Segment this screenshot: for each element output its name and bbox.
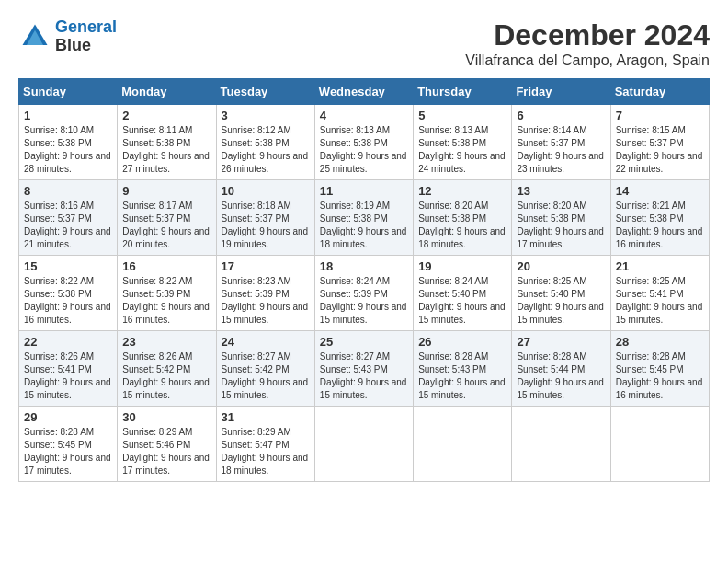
day-number: 8 <box>24 184 112 198</box>
day-info: Sunrise: 8:22 AMSunset: 5:39 PMDaylight:… <box>122 275 210 327</box>
page-header: General Blue December 2024 Villafranca d… <box>18 18 710 69</box>
day-number: 18 <box>320 259 408 273</box>
calendar-cell: 1 Sunrise: 8:10 AMSunset: 5:38 PMDayligh… <box>19 105 118 180</box>
title-block: December 2024 Villafranca del Campo, Ara… <box>465 18 710 69</box>
calendar-cell: 28 Sunrise: 8:28 AMSunset: 5:45 PMDaylig… <box>610 331 709 407</box>
calendar-week-row: 22 Sunrise: 8:26 AMSunset: 5:41 PMDaylig… <box>19 331 710 407</box>
day-number: 13 <box>517 184 605 198</box>
day-info: Sunrise: 8:20 AMSunset: 5:38 PMDaylight:… <box>418 200 506 251</box>
day-number: 27 <box>517 335 605 349</box>
calendar-cell: 18 Sunrise: 8:24 AMSunset: 5:39 PMDaylig… <box>314 256 413 331</box>
calendar-cell: 23 Sunrise: 8:26 AMSunset: 5:42 PMDaylig… <box>118 331 216 407</box>
day-number: 4 <box>320 109 408 122</box>
day-number: 2 <box>122 109 210 122</box>
calendar-cell: 14 Sunrise: 8:21 AMSunset: 5:38 PMDaylig… <box>610 180 709 256</box>
page-title: December 2024 <box>465 18 710 52</box>
logo-text: General Blue <box>55 18 117 55</box>
day-info: Sunrise: 8:18 AMSunset: 5:37 PMDaylight:… <box>222 200 310 251</box>
day-info: Sunrise: 8:12 AMSunset: 5:38 PMDaylight:… <box>222 124 310 176</box>
calendar-cell: 15 Sunrise: 8:22 AMSunset: 5:38 PMDaylig… <box>19 256 118 331</box>
day-info: Sunrise: 8:27 AMSunset: 5:42 PMDaylight:… <box>222 350 310 402</box>
calendar-week-row: 29 Sunrise: 8:28 AMSunset: 5:45 PMDaylig… <box>19 407 710 482</box>
calendar-cell: 30 Sunrise: 8:29 AMSunset: 5:46 PMDaylig… <box>118 407 216 482</box>
day-number: 6 <box>517 109 605 122</box>
day-info: Sunrise: 8:10 AMSunset: 5:38 PMDaylight:… <box>24 124 112 176</box>
day-info: Sunrise: 8:20 AMSunset: 5:38 PMDaylight:… <box>517 200 605 251</box>
logo-icon <box>18 20 51 53</box>
calendar-cell: 7 Sunrise: 8:15 AMSunset: 5:37 PMDayligh… <box>610 105 709 180</box>
calendar-cell: 31 Sunrise: 8:29 AMSunset: 5:47 PMDaylig… <box>216 407 314 482</box>
day-info: Sunrise: 8:19 AMSunset: 5:38 PMDaylight:… <box>320 200 408 251</box>
day-number: 21 <box>616 259 704 273</box>
day-info: Sunrise: 8:13 AMSunset: 5:38 PMDaylight:… <box>418 124 506 176</box>
calendar-day-header: Monday <box>118 79 216 105</box>
day-number: 25 <box>320 335 408 349</box>
day-number: 15 <box>24 259 112 273</box>
day-info: Sunrise: 8:29 AMSunset: 5:47 PMDaylight:… <box>222 426 310 477</box>
calendar-cell <box>610 407 709 482</box>
calendar-day-header: Thursday <box>414 79 512 105</box>
calendar-cell: 24 Sunrise: 8:27 AMSunset: 5:42 PMDaylig… <box>216 331 314 407</box>
day-info: Sunrise: 8:24 AMSunset: 5:40 PMDaylight:… <box>418 275 506 327</box>
calendar-week-row: 8 Sunrise: 8:16 AMSunset: 5:37 PMDayligh… <box>19 180 710 256</box>
day-info: Sunrise: 8:21 AMSunset: 5:38 PMDaylight:… <box>616 200 704 251</box>
calendar-day-header: Wednesday <box>314 79 413 105</box>
logo: General Blue <box>18 18 117 55</box>
calendar-cell <box>314 407 413 482</box>
calendar-cell: 9 Sunrise: 8:17 AMSunset: 5:37 PMDayligh… <box>118 180 216 256</box>
calendar-cell: 12 Sunrise: 8:20 AMSunset: 5:38 PMDaylig… <box>414 180 512 256</box>
calendar-cell: 27 Sunrise: 8:28 AMSunset: 5:44 PMDaylig… <box>512 331 610 407</box>
day-number: 14 <box>616 184 704 198</box>
day-info: Sunrise: 8:22 AMSunset: 5:38 PMDaylight:… <box>24 275 112 327</box>
day-number: 22 <box>24 335 112 349</box>
day-info: Sunrise: 8:26 AMSunset: 5:42 PMDaylight:… <box>122 350 210 402</box>
day-number: 31 <box>222 410 310 424</box>
day-info: Sunrise: 8:16 AMSunset: 5:37 PMDaylight:… <box>24 200 112 251</box>
day-info: Sunrise: 8:27 AMSunset: 5:43 PMDaylight:… <box>320 350 408 402</box>
day-info: Sunrise: 8:28 AMSunset: 5:44 PMDaylight:… <box>517 350 605 402</box>
calendar-cell: 26 Sunrise: 8:28 AMSunset: 5:43 PMDaylig… <box>414 331 512 407</box>
day-info: Sunrise: 8:26 AMSunset: 5:41 PMDaylight:… <box>24 350 112 402</box>
day-info: Sunrise: 8:23 AMSunset: 5:39 PMDaylight:… <box>222 275 310 327</box>
calendar-cell: 4 Sunrise: 8:13 AMSunset: 5:38 PMDayligh… <box>314 105 413 180</box>
calendar-cell: 16 Sunrise: 8:22 AMSunset: 5:39 PMDaylig… <box>118 256 216 331</box>
day-number: 10 <box>222 184 310 198</box>
day-info: Sunrise: 8:25 AMSunset: 5:41 PMDaylight:… <box>616 275 704 327</box>
day-info: Sunrise: 8:17 AMSunset: 5:37 PMDaylight:… <box>122 200 210 251</box>
day-number: 11 <box>320 184 408 198</box>
day-number: 30 <box>122 410 210 424</box>
calendar-cell <box>512 407 610 482</box>
calendar-cell: 21 Sunrise: 8:25 AMSunset: 5:41 PMDaylig… <box>610 256 709 331</box>
calendar-cell: 20 Sunrise: 8:25 AMSunset: 5:40 PMDaylig… <box>512 256 610 331</box>
day-info: Sunrise: 8:25 AMSunset: 5:40 PMDaylight:… <box>517 275 605 327</box>
day-info: Sunrise: 8:11 AMSunset: 5:38 PMDaylight:… <box>122 124 210 176</box>
day-number: 29 <box>24 410 112 424</box>
day-number: 5 <box>418 109 506 122</box>
calendar-cell: 5 Sunrise: 8:13 AMSunset: 5:38 PMDayligh… <box>414 105 512 180</box>
calendar-day-header: Tuesday <box>216 79 314 105</box>
day-number: 26 <box>418 335 506 349</box>
calendar-cell: 10 Sunrise: 8:18 AMSunset: 5:37 PMDaylig… <box>216 180 314 256</box>
calendar-day-header: Friday <box>512 79 610 105</box>
calendar-cell: 8 Sunrise: 8:16 AMSunset: 5:37 PMDayligh… <box>19 180 118 256</box>
calendar-day-header: Saturday <box>610 79 709 105</box>
calendar-cell: 29 Sunrise: 8:28 AMSunset: 5:45 PMDaylig… <box>19 407 118 482</box>
day-number: 3 <box>222 109 310 122</box>
day-info: Sunrise: 8:28 AMSunset: 5:45 PMDaylight:… <box>616 350 704 402</box>
day-number: 1 <box>24 109 112 122</box>
day-info: Sunrise: 8:24 AMSunset: 5:39 PMDaylight:… <box>320 275 408 327</box>
day-number: 16 <box>122 259 210 273</box>
calendar-header: SundayMondayTuesdayWednesdayThursdayFrid… <box>19 79 710 105</box>
day-number: 19 <box>418 259 506 273</box>
calendar-cell: 11 Sunrise: 8:19 AMSunset: 5:38 PMDaylig… <box>314 180 413 256</box>
day-info: Sunrise: 8:15 AMSunset: 5:37 PMDaylight:… <box>616 124 704 176</box>
day-number: 12 <box>418 184 506 198</box>
day-number: 23 <box>122 335 210 349</box>
calendar-cell: 17 Sunrise: 8:23 AMSunset: 5:39 PMDaylig… <box>216 256 314 331</box>
day-info: Sunrise: 8:28 AMSunset: 5:43 PMDaylight:… <box>418 350 506 402</box>
day-number: 7 <box>616 109 704 122</box>
day-number: 9 <box>122 184 210 198</box>
day-number: 28 <box>616 335 704 349</box>
day-number: 20 <box>517 259 605 273</box>
calendar-cell: 2 Sunrise: 8:11 AMSunset: 5:38 PMDayligh… <box>118 105 216 180</box>
